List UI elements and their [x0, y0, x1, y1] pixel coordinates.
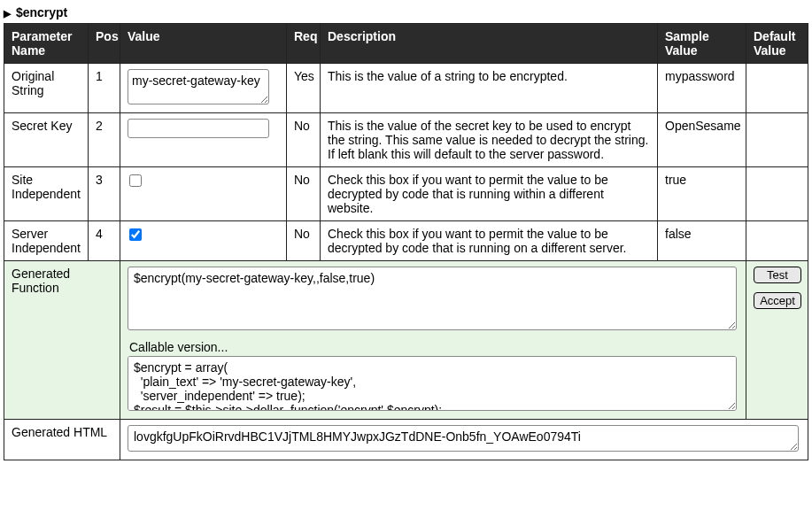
req-cell: No: [287, 167, 321, 221]
param-name-cell: Server Independent: [4, 221, 89, 261]
generated-html-text[interactable]: [128, 425, 799, 452]
callable-version-text[interactable]: [128, 356, 737, 411]
generated-function-row: Generated Function Callable version... T…: [4, 261, 808, 420]
value-cell: [120, 113, 287, 167]
desc-cell: Check this box if you want to permit the…: [321, 221, 658, 261]
req-cell: No: [287, 221, 321, 261]
section-title: $encrypt: [16, 5, 67, 19]
generated-html-label: Generated HTML: [4, 420, 120, 460]
value-cell: [120, 64, 287, 113]
collapse-triangle-icon[interactable]: ▶: [4, 8, 11, 19]
generated-html-row: Generated HTML: [4, 420, 808, 460]
value-cell: [120, 221, 287, 261]
value-checkbox[interactable]: [129, 174, 142, 187]
table-row: Server Independent4NoCheck this box if y…: [4, 221, 808, 261]
desc-cell: This is the value of the secret key to b…: [321, 113, 658, 167]
generated-function-label: Generated Function: [4, 261, 120, 420]
table-row: Site Independent3NoCheck this box if you…: [4, 167, 808, 221]
col-header-sample: Sample Value: [658, 24, 746, 64]
req-cell: No: [287, 113, 321, 167]
col-header-default: Default Value: [746, 24, 808, 64]
col-header-pos: Pos: [89, 24, 120, 64]
section-header[interactable]: ▶ $encrypt: [4, 4, 808, 23]
value-checkbox[interactable]: [129, 228, 142, 241]
test-button[interactable]: Test: [754, 267, 801, 283]
param-name-cell: Site Independent: [4, 167, 89, 221]
col-header-param: Parameter Name: [4, 24, 89, 64]
col-header-value: Value: [120, 24, 287, 64]
desc-cell: This is the value of a string to be encr…: [321, 64, 658, 113]
pos-cell: 1: [89, 64, 120, 113]
parameter-table: Parameter Name Pos Value Req Description…: [4, 23, 808, 460]
value-cell: [120, 167, 287, 221]
default-cell: [746, 167, 808, 221]
sample-cell: true: [658, 167, 746, 221]
table-row: Secret Key2NoThis is the value of the se…: [4, 113, 808, 167]
value-input[interactable]: [128, 119, 269, 138]
param-name-cell: Secret Key: [4, 113, 89, 167]
sample-cell: mypassword: [658, 64, 746, 113]
default-cell: [746, 113, 808, 167]
value-textarea[interactable]: [128, 69, 269, 104]
default-cell: [746, 64, 808, 113]
col-header-req: Req: [287, 24, 321, 64]
pos-cell: 3: [89, 167, 120, 221]
param-name-cell: Original String: [4, 64, 89, 113]
desc-cell: Check this box if you want to permit the…: [321, 167, 658, 221]
req-cell: Yes: [287, 64, 321, 113]
col-header-desc: Description: [321, 24, 658, 64]
sample-cell: OpenSesame: [658, 113, 746, 167]
pos-cell: 4: [89, 221, 120, 261]
generated-function-text[interactable]: [128, 267, 737, 330]
callable-version-label: Callable version...: [129, 340, 737, 354]
table-row: Original String1YesThis is the value of …: [4, 64, 808, 113]
sample-cell: false: [658, 221, 746, 261]
accept-button[interactable]: Accept: [754, 292, 801, 309]
default-cell: [746, 221, 808, 261]
pos-cell: 2: [89, 113, 120, 167]
